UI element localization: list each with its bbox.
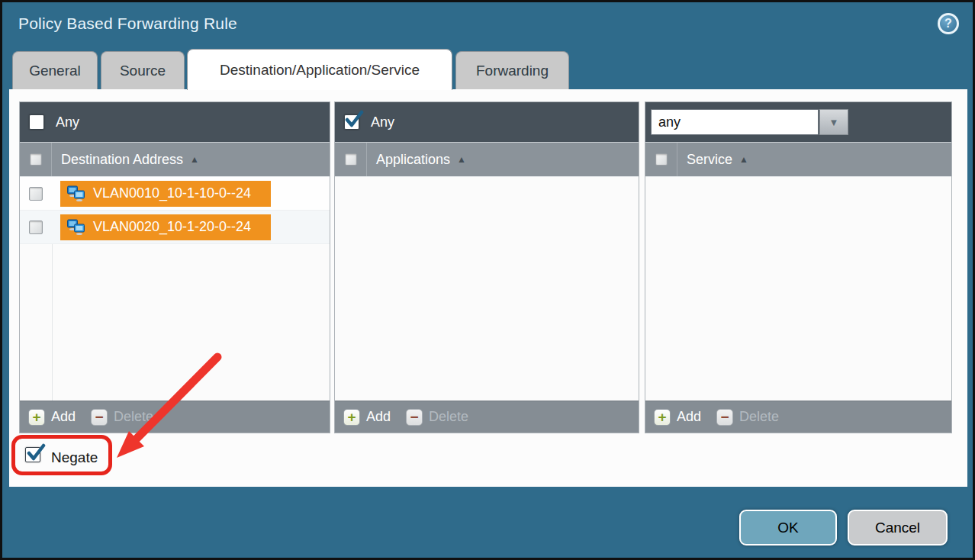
add-button[interactable]: + Add: [654, 409, 701, 426]
delete-minus-icon: −: [91, 409, 108, 426]
address-object-name: VLAN0020_10-1-20-0--24: [93, 219, 251, 235]
screenshot-canvas: Policy Based Forwarding Rule ? General S…: [0, 0, 975, 560]
destination-any-label: Any: [56, 114, 79, 130]
delete-button[interactable]: − Delete: [91, 409, 153, 426]
add-button[interactable]: + Add: [343, 409, 391, 426]
add-plus-icon: +: [28, 409, 45, 426]
add-label: Add: [51, 409, 76, 425]
delete-label: Delete: [739, 409, 779, 425]
address-object-chip[interactable]: VLAN0010_10-1-10-0--24: [60, 181, 271, 207]
sort-asc-icon: ▲: [739, 154, 748, 165]
service-actions-bar: + Add − Delete: [645, 401, 951, 433]
tab-source[interactable]: Source: [101, 51, 185, 89]
delete-minus-icon: −: [406, 409, 423, 426]
destination-address-panel: Any Destination Address ▲: [19, 101, 330, 433]
delete-button[interactable]: − Delete: [716, 409, 779, 426]
dialog-title: Policy Based Forwarding Rule: [18, 14, 237, 33]
delete-label: Delete: [114, 409, 153, 425]
applications-column-header: Applications ▲: [335, 143, 639, 177]
service-header: any ▼: [645, 102, 951, 143]
destination-any-header: Any: [20, 102, 330, 143]
destination-selectall-checkbox[interactable]: [30, 153, 42, 166]
negate-label: Negate: [51, 449, 98, 466]
table-row: VLAN0020_10-1-20-0--24: [20, 211, 330, 244]
delete-label: Delete: [429, 409, 468, 425]
service-column-header: Service ▲: [645, 143, 951, 177]
sort-asc-icon: ▲: [457, 154, 466, 165]
applications-list: [335, 177, 639, 401]
destination-column-label: Destination Address: [61, 152, 183, 168]
tab-destination-application-service[interactable]: Destination/Application/Service: [187, 49, 452, 90]
service-dropdown-button[interactable]: ▼: [819, 109, 848, 135]
destination-column-header: Destination Address ▲: [20, 143, 330, 177]
address-object-chip[interactable]: VLAN0020_10-1-20-0--24: [60, 214, 271, 240]
applications-column-label-group[interactable]: Applications ▲: [367, 152, 466, 168]
applications-any-header: Any: [335, 102, 639, 143]
add-plus-icon: +: [343, 409, 360, 426]
table-row: VLAN0010_10-1-10-0--24: [20, 177, 330, 211]
service-column-label: Service: [687, 152, 732, 168]
cancel-button[interactable]: Cancel: [848, 510, 948, 546]
applications-column-label: Applications: [376, 152, 450, 168]
service-dropdown: any ▼: [651, 109, 848, 135]
address-object-name: VLAN0010_10-1-10-0--24: [93, 185, 251, 201]
add-label: Add: [366, 409, 391, 425]
delete-minus-icon: −: [716, 409, 733, 426]
network-object-icon: [66, 219, 86, 236]
ok-button[interactable]: OK: [739, 510, 837, 546]
row-checkbox[interactable]: [29, 187, 43, 201]
service-column-label-group[interactable]: Service ▲: [677, 152, 748, 168]
tab-general[interactable]: General: [12, 51, 98, 89]
service-panel: any ▼ Service ▲ +: [645, 101, 952, 433]
applications-any-checkbox[interactable]: [344, 114, 359, 130]
service-selectall-checkbox[interactable]: [655, 153, 668, 166]
add-plus-icon: +: [654, 409, 671, 426]
service-list: [645, 177, 951, 401]
row-checkbox[interactable]: [29, 220, 43, 234]
destination-column-label-group[interactable]: Destination Address ▲: [52, 152, 199, 168]
tab-forwarding[interactable]: Forwarding: [455, 51, 569, 89]
add-label: Add: [677, 409, 701, 425]
chevron-down-icon: ▼: [829, 117, 839, 128]
applications-panel: Any Applications ▲ + Add −: [334, 101, 639, 433]
sort-asc-icon: ▲: [190, 154, 199, 165]
add-button[interactable]: + Add: [28, 409, 76, 426]
negate-checkbox[interactable]: [25, 447, 40, 462]
tab-content-area: Any Destination Address ▲: [9, 89, 967, 487]
help-icon[interactable]: ?: [938, 13, 959, 34]
applications-selectall-checkbox[interactable]: [345, 153, 357, 166]
delete-button[interactable]: − Delete: [406, 409, 468, 426]
applications-actions-bar: + Add − Delete: [335, 401, 639, 433]
applications-any-label: Any: [371, 114, 394, 130]
checkmark-icon: [344, 110, 364, 130]
service-dropdown-value[interactable]: any: [651, 109, 819, 135]
destination-actions-bar: + Add − Delete: [20, 401, 330, 433]
destination-any-checkbox[interactable]: [29, 114, 44, 130]
destination-list: VLAN0010_10-1-10-0--24: [20, 177, 330, 401]
network-object-icon: [66, 185, 86, 202]
pbf-rule-dialog: Policy Based Forwarding Rule ? General S…: [2, 2, 973, 558]
